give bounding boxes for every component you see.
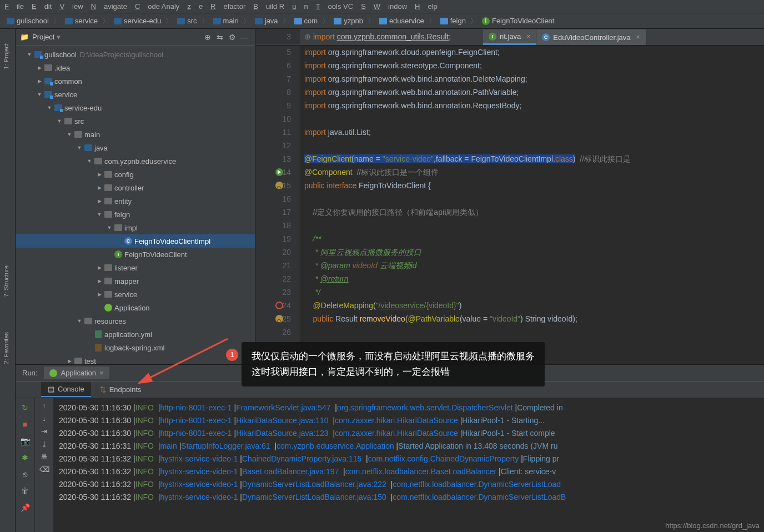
- gutter-run-icon[interactable]: [275, 168, 283, 176]
- log-line[interactable]: 2020-05-30 11:16:32 |INFO |hystrix-servi…: [59, 491, 758, 504]
- tree-row[interactable]: ▼service: [16, 88, 255, 101]
- expand-arrow[interactable]: ▶: [96, 185, 103, 190]
- tree-row[interactable]: ▶service: [16, 288, 255, 301]
- log-line[interactable]: 2020-05-30 11:16:30 |INFO |http-nio-8001…: [59, 414, 758, 427]
- up-button[interactable]: ↑: [42, 401, 46, 410]
- log-line[interactable]: 2020-05-30 11:16:30 |INFO |http-nio-8001…: [59, 427, 758, 440]
- gutter-o-icon[interactable]: [275, 182, 283, 189]
- tree-row[interactable]: CFeignToVideoClientImpl: [16, 234, 255, 248]
- main-menu[interactable]: File Edit View Navigate Code Analyze Ref…: [0, 0, 764, 13]
- project-tool-tab[interactable]: 1: Project: [2, 40, 11, 72]
- expand-arrow[interactable]: ▶: [36, 65, 43, 71]
- tree-row[interactable]: ▶listener: [16, 261, 255, 274]
- run-config-tab[interactable]: Application ×: [44, 367, 109, 379]
- expand-arrow[interactable]: ▶: [96, 172, 103, 177]
- expand-arrow[interactable]: ▶: [96, 265, 103, 270]
- wrap-button[interactable]: ⇥: [41, 427, 47, 435]
- trash-button[interactable]: 🗑: [19, 485, 31, 497]
- hide-icon[interactable]: —: [238, 31, 250, 43]
- tree-row[interactable]: Application: [16, 301, 255, 314]
- layout-button[interactable]: ✱: [19, 451, 31, 464]
- clear-button[interactable]: ⌫: [39, 465, 49, 474]
- print-button[interactable]: 🖶: [41, 453, 48, 461]
- settings-icon[interactable]: ⚙: [226, 31, 238, 43]
- import-hint[interactable]: 3⊕ import com.yzpnb.common_utils.Result;: [255, 29, 451, 44]
- expand-arrow[interactable]: ▼: [26, 52, 33, 57]
- close-tab-icon[interactable]: ×: [636, 33, 640, 41]
- tree-row[interactable]: ▶test: [16, 354, 255, 364]
- expand-arrow[interactable]: ▼: [96, 212, 103, 217]
- breadcrumb-item[interactable]: com: [292, 16, 320, 26]
- expand-arrow[interactable]: ▼: [105, 225, 113, 230]
- expand-arrow[interactable]: ▼: [56, 118, 63, 124]
- project-tree[interactable]: ▼gulischoolD:\IdeaProjects\gulischool▶.i…: [16, 46, 255, 364]
- expand-icon[interactable]: ⇆: [214, 31, 226, 43]
- tree-row[interactable]: logback-spring.xml: [16, 341, 255, 354]
- breadcrumb-item[interactable]: gulischool: [4, 16, 51, 26]
- console-tab[interactable]: ▤Console: [41, 382, 91, 397]
- breadcrumb-item[interactable]: service: [63, 16, 100, 26]
- tree-row[interactable]: ▶config: [16, 168, 255, 181]
- tree-row[interactable]: ▼gulischoolD:\IdeaProjects\gulischool: [16, 48, 255, 61]
- tree-row[interactable]: ▼java: [16, 141, 255, 154]
- breadcrumb-item[interactable]: java: [253, 16, 280, 26]
- expand-arrow[interactable]: ▼: [66, 132, 73, 137]
- tree-row[interactable]: application.yml: [16, 328, 255, 341]
- expand-arrow[interactable]: ▼: [76, 145, 83, 150]
- log-line[interactable]: 2020-05-30 11:16:30 |INFO |http-nio-8001…: [59, 401, 758, 414]
- dump-button[interactable]: 📷: [19, 435, 31, 447]
- expand-arrow[interactable]: ▼: [86, 158, 93, 164]
- log-line[interactable]: 2020-05-30 11:16:32 |INFO |hystrix-servi…: [59, 453, 758, 465]
- endpoints-tab[interactable]: ⇅Endpoints: [93, 383, 148, 397]
- tree-row[interactable]: ▼main: [16, 128, 255, 141]
- gutter-o-icon[interactable]: [275, 315, 283, 323]
- tree-row[interactable]: ▼com.yzpnb.eduservice: [16, 154, 255, 168]
- tree-row[interactable]: ▼service-edu: [16, 101, 255, 114]
- gutter-impl-icon[interactable]: [275, 302, 283, 309]
- log-line[interactable]: 2020-05-30 11:16:32 |INFO |hystrix-servi…: [59, 478, 758, 491]
- expand-arrow[interactable]: ▶: [96, 198, 103, 204]
- tree-row[interactable]: ▼impl: [16, 221, 255, 234]
- close-tab-icon[interactable]: ×: [526, 33, 530, 41]
- breadcrumb-item[interactable]: feign: [438, 16, 468, 26]
- breadcrumb-item[interactable]: yzpnb: [331, 16, 365, 26]
- expand-arrow[interactable]: ▼: [36, 92, 43, 97]
- expand-arrow[interactable]: ▼: [46, 105, 53, 111]
- expand-arrow[interactable]: ▶: [96, 278, 103, 284]
- tree-row[interactable]: ▶common: [16, 74, 255, 88]
- stop-button[interactable]: ■: [19, 418, 31, 430]
- structure-tool-tab[interactable]: 7: Structure: [2, 262, 11, 300]
- tree-row[interactable]: ▼resources: [16, 314, 255, 328]
- expand-arrow[interactable]: ▶: [96, 292, 103, 297]
- expand-arrow[interactable]: ▼: [76, 318, 83, 324]
- breadcrumb-item[interactable]: src: [175, 16, 199, 26]
- pin-button[interactable]: 📌: [19, 501, 31, 514]
- tree-row[interactable]: ▼src: [16, 114, 255, 128]
- scroll-button[interactable]: ⤓: [41, 440, 47, 448]
- tree-row[interactable]: IFeignToVideoClient: [16, 248, 255, 261]
- log-line[interactable]: 2020-05-30 11:16:31 |INFO |main |Startup…: [59, 440, 758, 453]
- breadcrumb-item[interactable]: service-edu: [112, 16, 163, 26]
- locate-icon[interactable]: ⊕: [202, 31, 214, 43]
- expand-arrow[interactable]: ▶: [66, 358, 73, 364]
- tree-row[interactable]: ▶controller: [16, 181, 255, 194]
- breadcrumb-item[interactable]: main: [211, 16, 241, 26]
- editor-tab[interactable]: CEduVideoController.java×: [536, 29, 646, 45]
- tree-row[interactable]: ▶entity: [16, 194, 255, 208]
- breadcrumb-item[interactable]: IFeignToVideoClient: [480, 16, 557, 26]
- tree-row[interactable]: ▼feign: [16, 208, 255, 221]
- breadcrumb[interactable]: gulischool〉service〉service-edu〉src〉main〉…: [0, 13, 764, 29]
- breadcrumb-item[interactable]: eduservice: [377, 16, 426, 26]
- tree-row[interactable]: ▶.idea: [16, 61, 255, 74]
- down-button[interactable]: ↓: [42, 414, 46, 423]
- exit-button[interactable]: ⎋: [19, 468, 31, 480]
- rerun-button[interactable]: ↻: [19, 401, 31, 414]
- code-editor[interactable]: import org.springframework.cloud.openfei…: [300, 46, 764, 364]
- editor-tab[interactable]: Int.java×: [483, 29, 536, 45]
- favorites-tool-tab[interactable]: 2: Favorites: [2, 329, 11, 367]
- gutter[interactable]: 567891011121314151617181920212223242526: [255, 46, 300, 364]
- log-line[interactable]: 2020-05-30 11:16:32 |INFO |hystrix-servi…: [59, 465, 758, 478]
- console-output[interactable]: 2020-05-30 11:16:30 |INFO |http-nio-8001…: [53, 398, 764, 532]
- expand-arrow[interactable]: ▶: [36, 78, 43, 84]
- tree-row[interactable]: ▶mapper: [16, 274, 255, 288]
